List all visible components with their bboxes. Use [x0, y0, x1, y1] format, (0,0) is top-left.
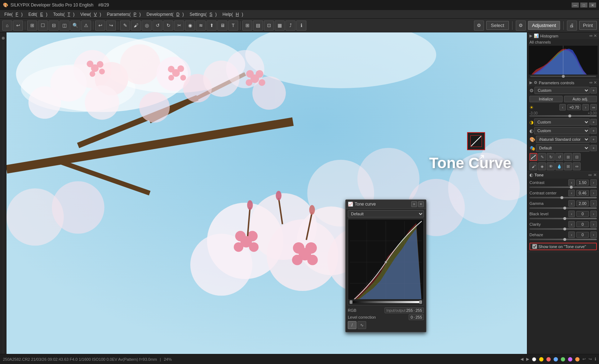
auto-adj-button[interactable]: Auto adj.: [564, 96, 597, 102]
toolbar-col2[interactable]: ⊡: [264, 21, 274, 31]
menu-parameters[interactable]: Parameters(P): [104, 11, 144, 18]
edit-tool-btn[interactable]: ✎: [538, 153, 546, 161]
adjustment-button[interactable]: Adjustment: [528, 21, 560, 30]
toolbar-compare[interactable]: ◫: [59, 21, 70, 31]
grid-tool-btn[interactable]: ⊞: [564, 162, 572, 170]
input-slider-left-thumb[interactable]: [350, 300, 352, 304]
ev-arrow-right[interactable]: ›: [582, 104, 589, 111]
menu-view[interactable]: View(V): [77, 11, 104, 18]
preset-select[interactable]: Custom: [534, 87, 590, 94]
rotate-cw-btn[interactable]: ↻: [547, 153, 555, 161]
toolbar-home[interactable]: ⌂: [2, 21, 12, 31]
menu-settings[interactable]: Settings(S): [187, 11, 219, 18]
toolbar-redo[interactable]: ↪: [106, 21, 116, 31]
toolbar-text[interactable]: T: [228, 21, 238, 31]
dehaze-slider[interactable]: [529, 239, 597, 240]
toolbar-eyedropper[interactable]: ✎: [120, 21, 130, 31]
toolbar-zoom-in[interactable]: 🔍: [70, 21, 80, 31]
contrast-center-right-btn[interactable]: ›: [590, 190, 597, 196]
maximize-button[interactable]: □: [580, 3, 587, 8]
toolbar-settings[interactable]: ⚙: [474, 21, 484, 31]
input-slider[interactable]: [350, 301, 422, 303]
dehaze-thumb[interactable]: [563, 238, 566, 241]
tone-expand-icon[interactable]: ⇔: [588, 172, 592, 177]
initialize-button[interactable]: Initialize: [529, 96, 563, 102]
toolbar-single[interactable]: ☐: [38, 21, 48, 31]
contrast-center-slider[interactable]: [529, 197, 597, 198]
menu-tools[interactable]: Tools(T): [50, 11, 77, 18]
dehaze-right-btn[interactable]: ›: [590, 232, 597, 238]
toolbar-stamp[interactable]: ◎: [142, 21, 152, 31]
close-button[interactable]: ✕: [589, 3, 596, 8]
print-button[interactable]: Print: [579, 21, 597, 30]
contrast-slider-thumb[interactable]: [570, 186, 573, 189]
status-undo[interactable]: ↩: [582, 357, 586, 361]
clarity-left-btn[interactable]: ‹: [568, 221, 575, 228]
move-tool-btn[interactable]: ⇔: [573, 162, 581, 170]
toolbar-rotate-r[interactable]: ↻: [163, 21, 173, 31]
toolbar-grid2[interactable]: ⊞: [242, 21, 252, 31]
toolbar-undo[interactable]: ↩: [95, 21, 105, 31]
contrast-center-thumb[interactable]: [560, 196, 563, 199]
default-select[interactable]: Default: [536, 144, 590, 152]
black-level-thumb[interactable]: [563, 217, 566, 220]
ev-expand-btn[interactable]: ⇔: [590, 104, 597, 111]
gamma-right-btn[interactable]: ›: [590, 200, 597, 207]
contrast-right-btn[interactable]: ›: [590, 179, 597, 186]
ev-slider-thumb[interactable]: [568, 114, 571, 117]
status-nav-right[interactable]: ▶: [526, 357, 529, 361]
copy-btn[interactable]: ⊞: [564, 153, 572, 161]
toolbar-noise[interactable]: ≋: [196, 21, 206, 31]
histogram-range-slider[interactable]: [530, 76, 596, 77]
contrast-left-btn[interactable]: ‹: [568, 179, 575, 186]
brightness2-add-btn[interactable]: +: [590, 127, 597, 134]
toolbar-monitor[interactable]: 🖥: [217, 21, 227, 31]
eye-tool-btn[interactable]: 👁: [547, 162, 555, 170]
toolbar-share[interactable]: ⤴: [285, 21, 296, 31]
toolbar-col1[interactable]: ▤: [253, 21, 263, 31]
toolbar-trim[interactable]: ✂: [174, 21, 184, 31]
ev-slider[interactable]: [529, 115, 597, 117]
toolbar-back[interactable]: ↩: [13, 21, 23, 31]
tone-icon-box[interactable]: [467, 132, 485, 150]
toolbar-grid[interactable]: ⊞: [27, 21, 37, 31]
parameters-close[interactable]: ✕: [594, 80, 597, 85]
popup-minimize-button[interactable]: ≡: [411, 201, 417, 207]
show-tone-checkbox[interactable]: [532, 244, 537, 249]
ev-arrow-left[interactable]: ‹: [559, 104, 566, 111]
brightness2-select[interactable]: Custom: [534, 127, 590, 134]
toolbar-brush[interactable]: 🖌: [131, 21, 141, 31]
reset-btn[interactable]: ↺: [555, 153, 563, 161]
popup-close-button[interactable]: ✕: [418, 201, 424, 207]
default-add-btn[interactable]: +: [590, 145, 597, 151]
preset-add-btn[interactable]: +: [590, 87, 597, 94]
tone-curve-preset-select[interactable]: Default: [348, 210, 424, 217]
brush-tool-btn[interactable]: 🖌: [529, 162, 537, 170]
input-slider-right-thumb[interactable]: [419, 300, 422, 304]
toolbar-col3[interactable]: ▦: [275, 21, 285, 31]
brightness1-add-btn[interactable]: +: [590, 119, 597, 125]
clarity-slider[interactable]: [529, 228, 597, 230]
black-level-slider[interactable]: [529, 218, 597, 219]
curve-linear-tool[interactable]: /: [348, 321, 356, 329]
histogram-close[interactable]: ✕: [594, 33, 597, 38]
histogram-slider-thumb[interactable]: [562, 75, 565, 78]
toolbar-adj-icon[interactable]: ⚙: [516, 21, 526, 31]
histogram-slider[interactable]: [529, 75, 598, 78]
status-nav-left[interactable]: ◀: [520, 357, 523, 361]
histogram-expand[interactable]: ⇔: [589, 33, 593, 38]
dehaze-left-btn[interactable]: ‹: [568, 232, 575, 238]
tone-curve-tool-btn[interactable]: [529, 153, 537, 161]
tone-curve-canvas[interactable]: [348, 219, 424, 305]
contrast-center-left-btn[interactable]: ‹: [568, 190, 575, 196]
contrast-slider[interactable]: [529, 187, 597, 188]
toolbar-print-icon[interactable]: 🖨: [567, 21, 577, 31]
black-level-right-btn[interactable]: ›: [590, 211, 597, 217]
parameters-expand[interactable]: ⇔: [589, 80, 593, 85]
color-add-btn[interactable]: +: [590, 136, 597, 143]
minimize-button[interactable]: —: [572, 3, 579, 8]
menu-development[interactable]: Development(D): [144, 11, 187, 18]
menu-help[interactable]: Help(H): [219, 11, 246, 18]
gamma-slider[interactable]: [529, 207, 597, 209]
clarity-thumb[interactable]: [563, 228, 566, 230]
